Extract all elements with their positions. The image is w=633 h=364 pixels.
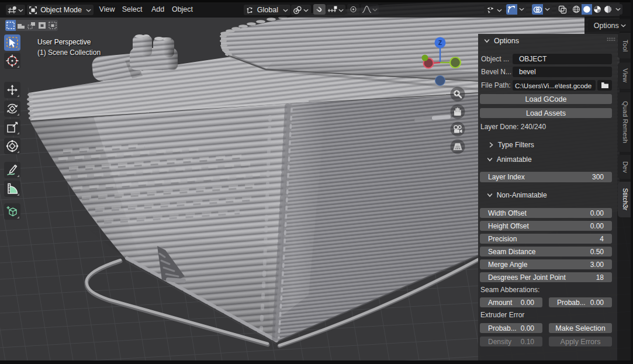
- svg-text:Z: Z: [438, 40, 442, 46]
